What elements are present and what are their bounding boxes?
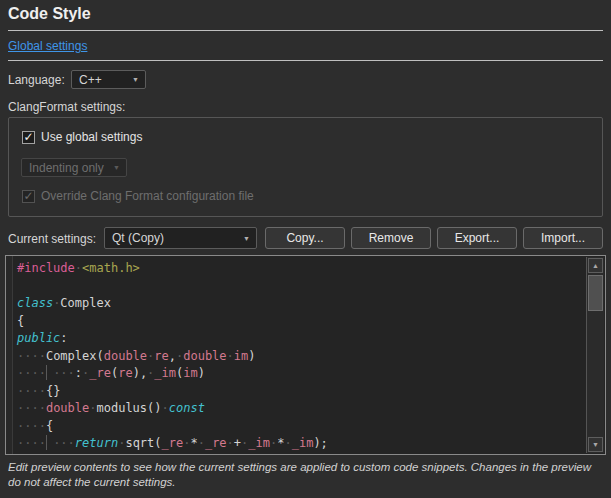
code-line: ····double·modulus()·const — [17, 400, 585, 418]
current-settings-label: Current settings: — [8, 232, 96, 246]
use-global-settings-checkbox[interactable]: ✓ Use global settings — [22, 130, 142, 144]
current-settings-value: Qt (Copy) — [105, 231, 243, 245]
use-global-settings-label: Use global settings — [41, 130, 142, 144]
editor-gutter — [6, 256, 13, 454]
override-config-checkbox: ✓ Override Clang Format configuration fi… — [22, 189, 254, 203]
clangformat-mode-value: Indenting only — [22, 161, 113, 175]
code-line: ····Complex(double·re,·double·im) — [17, 348, 585, 366]
language-label: Language: — [8, 73, 65, 87]
override-config-label: Override Clang Format configuration file — [41, 189, 254, 203]
code-line: { — [17, 313, 585, 331]
code-line: ····{ — [17, 418, 585, 436]
language-combobox-value: C++ — [72, 73, 132, 87]
link-separator — [8, 60, 603, 61]
code-line: public: — [17, 330, 585, 348]
vertical-scrollbar[interactable]: ▲ ▼ — [586, 257, 604, 453]
code-line: #include·<math.h> — [17, 260, 585, 278]
code-line — [17, 278, 585, 296]
clangformat-mode-combobox: Indenting only ▼ — [21, 158, 127, 177]
footer-hint-line1: Edit preview contents to see how the cur… — [8, 460, 608, 475]
global-settings-link[interactable]: Global settings — [8, 39, 87, 53]
scrollbar-thumb[interactable] — [588, 275, 603, 311]
chevron-down-icon: ▼ — [243, 235, 256, 242]
scroll-down-icon: ▼ — [592, 441, 599, 448]
language-combobox[interactable]: C++ ▼ — [71, 70, 146, 89]
code-line: ·······return·sqrt(_re·*·_re·+·_im·*·_im… — [17, 435, 585, 453]
clangformat-settings-label: ClangFormat settings: — [8, 100, 125, 114]
title-separator — [8, 30, 603, 31]
chevron-down-icon: ▼ — [132, 76, 145, 83]
current-settings-combobox[interactable]: Qt (Copy) ▼ — [104, 227, 257, 249]
import-button[interactable]: Import... — [523, 227, 603, 249]
scroll-up-button[interactable]: ▲ — [588, 258, 603, 273]
checkmark-icon: ✓ — [22, 190, 35, 203]
page-title: Code Style — [8, 5, 91, 23]
chevron-down-icon: ▼ — [113, 164, 126, 171]
export-button[interactable]: Export... — [437, 227, 517, 249]
footer-hint-line2: do not affect the current settings. — [8, 475, 608, 490]
checkmark-icon: ✓ — [22, 131, 35, 144]
copy-button[interactable]: Copy... — [265, 227, 345, 249]
code-line: ····{} — [17, 383, 585, 401]
code-content[interactable]: #include·<math.h>class·Complex{public:··… — [17, 260, 585, 453]
footer-hint-text: Edit preview contents to see how the cur… — [8, 460, 608, 490]
scroll-down-button[interactable]: ▼ — [588, 437, 603, 452]
scroll-up-icon: ▲ — [592, 262, 599, 269]
code-style-settings-page: Code Style Global settings Language: C++… — [0, 0, 611, 498]
code-line: class·Complex — [17, 295, 585, 313]
code-line: ·······:·_re(re),·_im(im) — [17, 365, 585, 383]
code-preview-editor[interactable]: #include·<math.h>class·Complex{public:··… — [5, 255, 606, 455]
remove-button[interactable]: Remove — [351, 227, 431, 249]
